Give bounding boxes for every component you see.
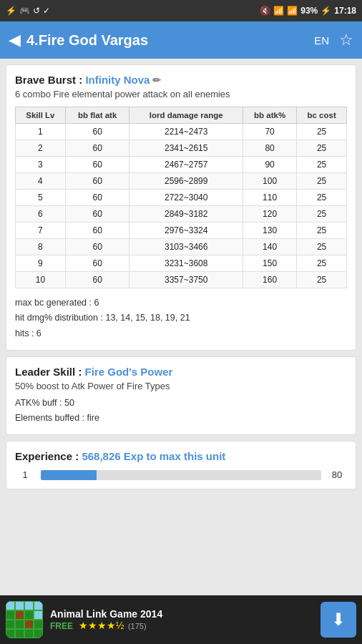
experience-label: Experience: [15, 450, 72, 462]
table-cell: 25: [297, 272, 347, 288]
table-row: 6602849~318212025: [16, 206, 347, 223]
exp-bar-fill: [41, 470, 97, 480]
table-cell: 90: [243, 157, 296, 173]
table-cell: 100: [243, 173, 296, 190]
table-cell: 60: [65, 140, 129, 157]
table-cell: 60: [65, 157, 129, 173]
table-cell: 25: [297, 124, 347, 140]
table-cell: 9: [16, 255, 66, 272]
table-cell: 5: [16, 190, 66, 206]
table-cell: 25: [297, 140, 347, 157]
table-cell: 3231~3608: [129, 255, 243, 272]
col-bc-cost: bc cost: [297, 107, 347, 124]
hit-dmg-note: hit dmg% distribution : 13, 14, 15, 18, …: [15, 311, 347, 326]
page-title: 4.Fire God Vargas: [26, 32, 314, 49]
col-bb-flat: bb flat atk: [65, 107, 129, 124]
col-skill-lv: Skill Lv: [16, 107, 66, 124]
language-selector[interactable]: EN: [314, 34, 329, 47]
table-cell: 120: [243, 206, 296, 223]
edit-icon[interactable]: ✏: [152, 74, 161, 86]
table-header-row: Skill Lv bb flat atk lord damage range b…: [16, 107, 347, 124]
exp-min: 1: [15, 469, 35, 480]
brave-burst-name: Infinity Nova: [85, 74, 150, 86]
refresh-icon: ↺: [33, 6, 40, 16]
time-display: 17:18: [334, 6, 356, 16]
ad-app-icon: [6, 601, 43, 638]
table-cell: 3357~3750: [129, 272, 243, 288]
back-button[interactable]: ◀: [9, 31, 21, 49]
brave-burst-separator: :: [76, 74, 85, 86]
ad-free-label: FREE: [50, 621, 73, 631]
table-cell: 25: [297, 173, 347, 190]
table-cell: 60: [65, 173, 129, 190]
experience-sep: :: [72, 450, 82, 462]
exp-progress-bar: [41, 470, 321, 480]
table-cell: 130: [243, 223, 296, 239]
table-cell: 1: [16, 124, 66, 140]
table-row: 9603231~360815025: [16, 255, 347, 272]
battery-level: 93%: [300, 6, 318, 16]
table-cell: 60: [65, 190, 129, 206]
table-cell: 160: [243, 272, 296, 288]
atk-buff: ATK% buff : 50: [15, 396, 347, 411]
table-header: Skill Lv bb flat atk lord damage range b…: [16, 107, 347, 124]
main-content: Brave Burst : Infinity Nova✏ 6 combo Fir…: [0, 59, 362, 495]
signal-icon: 📶: [287, 6, 298, 16]
table-row: 1602214~24737025: [16, 124, 347, 140]
leader-skill-stats: ATK% buff : 50 Elements buffed : fire: [15, 396, 347, 426]
table-cell: 70: [243, 124, 296, 140]
table-cell: 25: [297, 255, 347, 272]
elements-buffed: Elements buffed : fire: [15, 411, 347, 426]
charging-icon: ⚡: [321, 6, 331, 16]
table-cell: 2849~3182: [129, 206, 243, 223]
ad-stars: ★★★★½: [79, 620, 124, 631]
table-row: 5602722~304011025: [16, 190, 347, 206]
check-icon: ✓: [43, 6, 50, 16]
usb-icon: ⚡: [6, 6, 16, 16]
table-cell: 80: [243, 140, 296, 157]
leader-skill-card: Leader Skill : Fire God's Power 50% boos…: [6, 356, 356, 436]
wifi-icon: 📶: [273, 6, 284, 16]
table-cell: 60: [65, 124, 129, 140]
table-cell: 25: [297, 223, 347, 239]
brave-burst-card: Brave Burst : Infinity Nova✏ 6 combo Fir…: [6, 64, 356, 351]
table-cell: 2596~2899: [129, 173, 243, 190]
brave-burst-title: Brave Burst : Infinity Nova✏: [15, 74, 347, 86]
table-cell: 8: [16, 239, 66, 255]
table-row: 8603103~346614025: [16, 239, 347, 255]
brave-burst-subtitle: 6 combo Fire elemental power attack on a…: [15, 89, 347, 99]
table-row: 7602976~332413025: [16, 223, 347, 239]
experience-title: Experience : 568,826 Exp to max this uni…: [15, 450, 347, 462]
leader-skill-sep: :: [75, 366, 84, 378]
table-cell: 6: [16, 206, 66, 223]
status-left: ⚡ 🎮 ↺ ✓: [6, 6, 50, 16]
table-cell: 2: [16, 140, 66, 157]
table-cell: 3103~3466: [129, 239, 243, 255]
table-cell: 2214~2473: [129, 124, 243, 140]
skill-table: Skill Lv bb flat atk lord damage range b…: [15, 107, 347, 288]
table-cell: 25: [297, 206, 347, 223]
table-cell: 2467~2757: [129, 157, 243, 173]
max-bc-note: max bc generated : 6: [15, 296, 347, 311]
favorite-button[interactable]: ☆: [339, 31, 353, 49]
table-cell: 25: [297, 190, 347, 206]
table-body: 1602214~247370252602341~261580253602467~…: [16, 124, 347, 288]
exp-bar-container: 1 80: [15, 469, 347, 480]
ad-banner[interactable]: Animal Link Game 2014 FREE ★★★★½ (175) ⬇: [0, 595, 362, 644]
ad-download-button[interactable]: ⬇: [321, 602, 356, 638]
ad-text-block: Animal Link Game 2014 FREE ★★★★½ (175): [50, 608, 313, 631]
leader-skill-title: Leader Skill : Fire God's Power: [15, 366, 347, 378]
table-cell: 2976~3324: [129, 223, 243, 239]
table-cell: 4: [16, 173, 66, 190]
experience-value: 568,826 Exp to max this unit: [82, 450, 225, 462]
exp-max: 80: [327, 469, 347, 480]
table-row: 4602596~289910025: [16, 173, 347, 190]
app-header: ◀ 4.Fire God Vargas EN ☆: [0, 21, 362, 59]
ad-reviews: (175): [128, 622, 147, 630]
table-cell: 25: [297, 157, 347, 173]
status-right: 🔇 📶 📶 93% ⚡ 17:18: [260, 6, 356, 16]
col-bb-atk: bb atk%: [243, 107, 296, 124]
ad-rating-row: FREE ★★★★½ (175): [50, 620, 313, 631]
mute-icon: 🔇: [260, 6, 270, 16]
hits-note: hits : 6: [15, 326, 347, 341]
